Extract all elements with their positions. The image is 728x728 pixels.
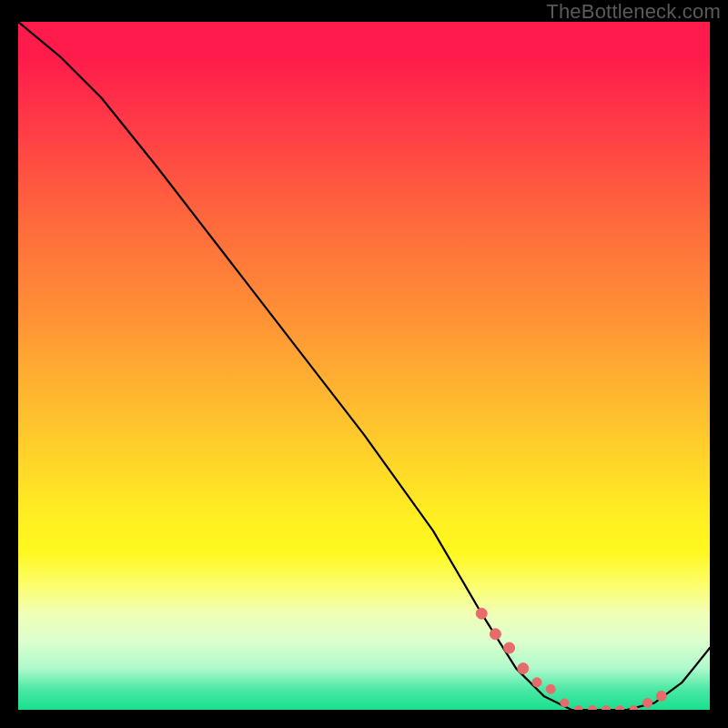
highlight-dot (561, 699, 569, 707)
highlight-dot (490, 629, 500, 640)
highlight-dot (588, 706, 596, 711)
chart-overlay (18, 22, 710, 710)
highlight-dots-group (476, 608, 666, 710)
highlight-dot (630, 706, 638, 711)
highlight-dot (532, 678, 541, 687)
highlight-dot (643, 698, 652, 707)
highlight-dot (574, 706, 582, 711)
highlight-dot (518, 663, 529, 674)
attribution-text: TheBottleneck.com (546, 0, 721, 24)
bottleneck-curve (18, 22, 710, 710)
highlight-dot (656, 691, 666, 701)
highlight-dot (616, 706, 624, 711)
highlight-dot (602, 706, 611, 711)
outer-frame: TheBottleneck.com (0, 0, 728, 728)
highlight-dot (546, 684, 555, 693)
highlight-dot (476, 608, 487, 619)
highlight-dot (504, 642, 515, 653)
